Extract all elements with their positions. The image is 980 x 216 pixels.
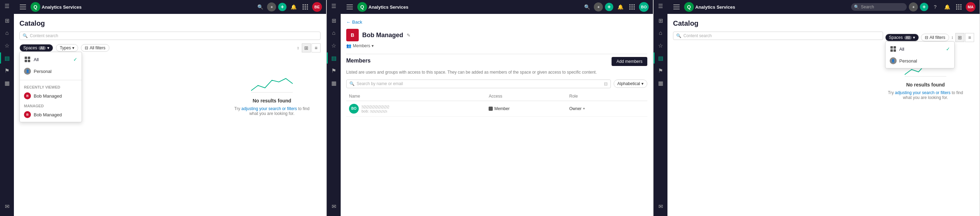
sidebar-item-menu[interactable]: ☰ <box>0 3 14 10</box>
spaces-all-item-3[interactable]: All ✓ <box>886 43 954 55</box>
sidebar-item-catalog[interactable]: ▤ <box>0 52 14 64</box>
sidebar-item-chart-2[interactable]: ▦ <box>327 78 340 89</box>
mode-button-3[interactable]: ☀ <box>909 2 918 11</box>
hamburger-icon-2[interactable] <box>345 2 355 12</box>
search-wrap-3[interactable]: 🔍 <box>851 3 907 11</box>
no-results-link-1[interactable]: adjusting your search or filters <box>241 106 297 111</box>
sidebar-item-chart[interactable]: ▦ <box>0 78 14 89</box>
all-filters-label-1: All filters <box>90 46 105 50</box>
sidebar-item-mail-3[interactable]: ✉ <box>654 201 667 212</box>
members-tab[interactable]: 👥 Members ▾ <box>346 43 648 48</box>
no-results-link-3[interactable]: adjusting your search or filters <box>895 90 950 95</box>
list-view-btn-1[interactable]: ≡ <box>312 43 321 52</box>
filter-bar-1: Spaces All ▾ All ✓ <box>19 43 321 52</box>
spaces-dropdown-1[interactable]: Spaces All ▾ All ✓ <box>19 44 53 52</box>
content-search-bar-1[interactable]: 🔍 <box>19 32 321 40</box>
search-button-2[interactable]: 🔍 <box>582 2 592 12</box>
avatar-1[interactable]: BE <box>312 2 322 12</box>
role-select[interactable]: Owner ▾ <box>569 106 627 111</box>
grid-view-btn-3[interactable]: ⊞ <box>955 33 964 42</box>
back-button[interactable]: ← Back <box>346 19 648 25</box>
spaces-personal-item-3[interactable]: 👤 Personal <box>886 55 954 67</box>
sidebar-item-menu-2[interactable]: ☰ <box>327 3 340 10</box>
sidebar-item-home[interactable]: ⊞ <box>0 15 14 26</box>
sidebar-item-flag-3[interactable]: ⚑ <box>654 65 667 76</box>
svg-rect-2 <box>20 9 26 10</box>
add-button-3[interactable]: + <box>920 3 928 11</box>
col-actions <box>630 92 648 101</box>
content-search-bar-3[interactable]: 🔍 <box>673 32 883 40</box>
catalog-page-3: Catalog 🔍 Spaces All ▾ <box>667 14 980 216</box>
all-filters-pill-3[interactable]: ⊟ All filters <box>921 34 949 41</box>
member-name-redacted <box>361 104 389 109</box>
add-members-button[interactable]: Add members <box>611 57 648 66</box>
mode-button-1[interactable]: ☀ <box>267 2 276 11</box>
sidebar-item-home-2[interactable]: ⊞ <box>327 15 340 26</box>
bell-button-2[interactable]: 🔔 <box>616 2 625 12</box>
mode-button-2[interactable]: ☀ <box>594 2 603 11</box>
app-name-1: Analytics Services <box>42 5 82 10</box>
col-role: Role <box>566 92 630 101</box>
sidebar-item-menu-3[interactable]: ☰ <box>654 3 667 10</box>
personal-icon-3: 👤 <box>890 57 897 64</box>
apps-grid-button-2[interactable] <box>627 2 637 12</box>
content-search-input-3[interactable] <box>683 33 880 38</box>
sort-button-3[interactable]: ↕ <box>951 35 953 40</box>
managed-bob-1[interactable]: B Bob Managed <box>20 109 82 121</box>
sidebar-item-catalog-3[interactable]: ▤ <box>654 52 667 64</box>
add-button-2[interactable]: + <box>605 3 613 11</box>
hamburger-icon-3[interactable] <box>671 2 681 12</box>
svg-rect-6 <box>347 5 353 5</box>
add-button-1[interactable]: + <box>278 3 286 11</box>
bell-button-1[interactable]: 🔔 <box>289 2 298 12</box>
edit-icon[interactable]: ✎ <box>407 33 410 38</box>
member-access-label: Member <box>494 106 509 111</box>
panel-members: ☰ ⊞ ⌂ ☆ ▤ ⚑ ▦ ✉ Q Analytics Services 🔍 ☀ <box>327 0 653 216</box>
grid-view-btn-1[interactable]: ⊞ <box>302 43 311 52</box>
spaces-dropdown-3[interactable]: Spaces All ▾ All <box>885 34 919 41</box>
all-filters-pill-1[interactable]: ⊟ All filters <box>81 44 109 52</box>
members-tab-label: Members <box>353 43 370 48</box>
recently-viewed-bob-1[interactable]: B Bob Managed <box>20 90 82 102</box>
sidebar-item-flag-2[interactable]: ⚑ <box>327 65 340 76</box>
types-filter-pill-1[interactable]: Types ▾ <box>56 44 78 52</box>
apps-grid-button-3[interactable] <box>954 2 964 12</box>
spaces-filter-pill-3[interactable]: Spaces All ▾ <box>885 34 919 41</box>
sidebar-item-chart-3[interactable]: ▦ <box>654 78 667 89</box>
sidebar-item-home2-3[interactable]: ⌂ <box>654 27 667 38</box>
sidebar-item-flag[interactable]: ⚑ <box>0 65 14 76</box>
chevron-down-icon-sort: ▾ <box>641 81 643 86</box>
sidebar-item-mail-2[interactable]: ✉ <box>327 201 340 212</box>
sidebar-item-mail[interactable]: ✉ <box>0 201 14 212</box>
hamburger-icon[interactable] <box>18 2 28 12</box>
sidebar-item-home2[interactable]: ⌂ <box>0 27 14 38</box>
spaces-personal-item-1[interactable]: 👤 Personal <box>20 65 82 77</box>
members-search-bar[interactable]: 🔍 ⊟ <box>346 79 611 88</box>
spaces-filter-pill-1[interactable]: Spaces All ▾ <box>19 44 53 52</box>
chevron-down-icon-spaces-1: ▾ <box>47 46 49 50</box>
members-search-input[interactable] <box>356 81 602 86</box>
sidebar-item-bookmark-2[interactable]: ☆ <box>327 40 340 51</box>
members-sort-pill[interactable]: Alphabetical ▾ <box>614 79 648 88</box>
sidebar-1: ☰ ⊞ ⌂ ☆ ▤ ⚑ ▦ ✉ <box>0 0 14 216</box>
search-button-1[interactable]: 🔍 <box>255 2 265 12</box>
sidebar-item-home2-2[interactable]: ⌂ <box>327 27 340 38</box>
content-search-input-1[interactable] <box>30 33 317 38</box>
avatar-2[interactable]: BO <box>639 2 649 12</box>
navbar-actions-3: 🔍 ☀ + ? 🔔 MA <box>851 2 975 12</box>
nav-search-input-3[interactable] <box>851 3 907 11</box>
members-table: Name Access Role BO <box>346 92 648 117</box>
help-button-3[interactable]: ? <box>930 2 940 12</box>
sidebar-item-home-3[interactable]: ⊞ <box>654 15 667 26</box>
sort-button-1[interactable]: ↕ <box>297 46 299 50</box>
avatar-3[interactable]: MA <box>966 2 975 12</box>
spaces-all-item-1[interactable]: All ✓ <box>20 54 82 65</box>
svg-rect-0 <box>20 5 26 5</box>
bell-button-3[interactable]: 🔔 <box>942 2 952 12</box>
sort-icon-3: ↕ <box>951 35 953 40</box>
sidebar-item-bookmark[interactable]: ☆ <box>0 40 14 51</box>
sidebar-item-bookmark-3[interactable]: ☆ <box>654 40 667 51</box>
sidebar-item-catalog-2[interactable]: ▤ <box>327 52 340 64</box>
apps-grid-button-1[interactable] <box>301 2 310 12</box>
list-view-btn-3[interactable]: ≡ <box>965 33 974 42</box>
